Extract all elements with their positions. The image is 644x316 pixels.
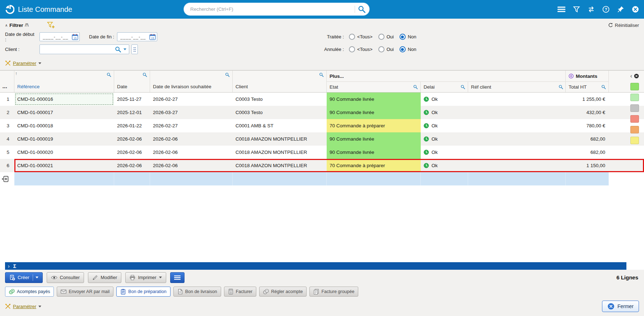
window-close-icon[interactable] [632, 6, 639, 13]
header-etat[interactable]: Etat [327, 82, 421, 92]
cell-ref-client[interactable] [468, 93, 566, 106]
radio-icon[interactable] [349, 46, 355, 52]
cell-ref-client[interactable] [468, 146, 566, 159]
fermer-button[interactable]: Fermer [602, 301, 639, 312]
radio-icon[interactable] [400, 34, 406, 40]
header-date[interactable]: Date [114, 71, 150, 92]
parametrer-link[interactable]: Paramétrer [13, 61, 36, 66]
parametrer-footer-dropdown-icon[interactable] [38, 306, 41, 307]
annulee-radio-non[interactable]: Non [400, 46, 416, 52]
column-search-icon[interactable] [413, 85, 418, 89]
cell-etat[interactable]: 70 Commande à préparer [327, 119, 421, 132]
cell-etat[interactable]: 90 Commande livrée [327, 106, 421, 119]
imprimer-dropdown-icon[interactable] [159, 277, 162, 278]
header-reference[interactable]: ↑ Référence [14, 71, 114, 92]
creer-dropdown-icon[interactable] [36, 277, 38, 278]
header-delivery-date[interactable]: Date de livraison souhaitée [150, 71, 233, 92]
table-row[interactable]: 2 CMD-01-000017 2025-12-01 2026-03-27 C0… [0, 106, 644, 119]
cell-reference[interactable]: CMD-01-000020 [14, 146, 114, 159]
traitee-radio-tous[interactable]: <Tous> [349, 34, 373, 40]
table-row[interactable]: 1 CMD-01-000016 2025-11-27 2026-02-27 C0… [0, 93, 644, 106]
parametrer-footer-link[interactable]: Paramétrer [13, 304, 36, 309]
cell-delivery-date[interactable]: 2026-02-06 [150, 132, 233, 146]
cell-ref-client[interactable] [468, 132, 566, 146]
radio-icon[interactable] [378, 46, 384, 52]
date-end-field[interactable]: ____-__-__ 15 [117, 32, 157, 41]
table-row[interactable]: 6 CMD-01-000021 2026-02-06 2026-02-06 C0… [0, 159, 644, 172]
traitee-radio-oui[interactable]: Oui [378, 34, 394, 40]
menu-icon[interactable] [557, 5, 565, 13]
radio-icon[interactable] [378, 34, 384, 40]
radio-icon[interactable] [400, 46, 406, 52]
collapse-filter-icon[interactable]: ∧ [5, 23, 8, 27]
cell-total-ht[interactable]: 780,00 € [566, 119, 609, 132]
cell-delivery-date[interactable]: 2026-03-27 [150, 106, 233, 119]
new-row-cell[interactable] [468, 172, 566, 185]
new-row-cell[interactable] [150, 172, 233, 185]
facture-groupee-button[interactable]: Facture groupée [309, 287, 358, 297]
pin-icon[interactable] [617, 6, 624, 13]
cell-date[interactable]: 2026-02-06 [114, 159, 150, 172]
new-row-cell[interactable] [566, 172, 609, 185]
legend-close-icon[interactable] [634, 74, 639, 79]
cell-client[interactable]: C0018 AMAZON MONTPELLIER [233, 132, 327, 146]
cell-etat[interactable]: 70 Commande à préparer [327, 159, 421, 172]
cell-reference[interactable]: CMD-01-000019 [14, 132, 114, 146]
header-client[interactable]: Client [233, 71, 327, 92]
cell-ref-client[interactable] [468, 119, 566, 132]
cell-delivery-date[interactable]: 2026-02-06 [150, 159, 233, 172]
new-row-cell[interactable] [233, 172, 327, 185]
global-search[interactable] [184, 3, 369, 15]
cell-total-ht[interactable]: 1 150,00 [566, 159, 609, 172]
header-total-ht[interactable]: Total HT [566, 82, 608, 92]
cell-delai[interactable]: Ok [421, 146, 468, 159]
column-search-icon[interactable] [601, 85, 606, 89]
cell-delai[interactable]: Ok [421, 93, 468, 106]
new-row-cell[interactable] [114, 172, 150, 185]
column-search-icon[interactable] [107, 72, 111, 77]
cell-ref-client[interactable] [468, 159, 566, 172]
cell-date[interactable]: 2026-01-22 [114, 119, 150, 132]
cell-reference[interactable]: CMD-01-000021 [14, 159, 114, 172]
search-icon[interactable] [358, 5, 366, 13]
radio-icon[interactable] [349, 34, 355, 40]
cell-delai[interactable]: Ok [421, 159, 468, 172]
header-delai[interactable]: Delai [421, 82, 468, 92]
regler-acompte-button[interactable]: Régler acompte [259, 287, 307, 297]
montants-group-header[interactable]: € Montants [566, 71, 608, 82]
cell-reference[interactable]: CMD-01-000016 [14, 93, 114, 106]
column-search-icon[interactable] [559, 85, 563, 89]
sync-icon[interactable] [588, 6, 595, 13]
cell-delai[interactable]: Ok [421, 132, 468, 146]
cell-reference[interactable]: CMD-01-000018 [14, 119, 114, 132]
facturer-button[interactable]: Facturer [224, 287, 257, 297]
column-search-icon[interactable] [143, 72, 147, 77]
filter-icon[interactable] [573, 6, 580, 13]
cell-client[interactable]: C0003 Testo [233, 93, 327, 106]
cell-etat[interactable]: 90 Commande livrée [327, 93, 421, 106]
table-row[interactable]: 5 CMD-01-000020 2026-02-06 2026-02-06 C0… [0, 146, 644, 159]
table-row[interactable]: 4 CMD-01-000019 2026-02-06 2026-02-06 C0… [0, 132, 644, 146]
cell-etat[interactable]: 90 Commande livrée [327, 146, 421, 159]
cell-etat[interactable]: 90 Commande livrée [327, 132, 421, 146]
legend-collapse-icon[interactable]: ‹ [630, 73, 632, 79]
header-ref-client[interactable]: Réf client [468, 82, 566, 92]
global-search-input[interactable] [190, 6, 355, 12]
column-chooser-icon[interactable]: ••• [3, 86, 8, 90]
cell-ref-client[interactable] [468, 106, 566, 119]
new-row-cell[interactable] [327, 172, 421, 185]
new-row-cell[interactable] [14, 172, 114, 185]
summary-bar[interactable]: › Σ [5, 262, 626, 270]
add-row-icon[interactable] [2, 175, 9, 183]
table-row[interactable]: 3 CMD-01-000018 2026-01-22 2026-02-27 C0… [0, 119, 644, 132]
imprimer-button[interactable]: Imprimer [125, 272, 166, 283]
calendar-icon[interactable]: 15 [149, 34, 156, 40]
column-search-icon[interactable] [225, 72, 230, 77]
cell-client[interactable]: C0003 Testo [233, 106, 327, 119]
cell-delivery-date[interactable]: 2026-02-27 [150, 93, 233, 106]
traitee-radio-non[interactable]: Non [400, 34, 416, 40]
cell-delivery-date[interactable]: 2026-02-27 [150, 119, 233, 132]
modifier-button[interactable]: Modifier [88, 272, 121, 283]
client-search-icon[interactable] [115, 46, 121, 53]
client-options-button[interactable] [131, 44, 138, 54]
